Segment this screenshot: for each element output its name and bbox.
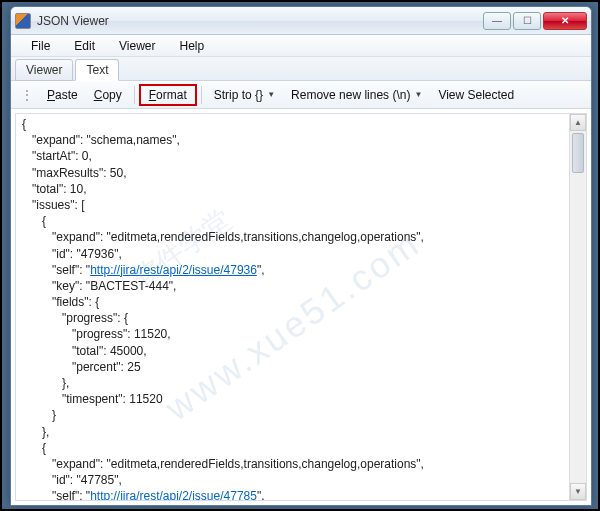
app-window: JSON Viewer — ☐ ✕ File Edit Viewer Help … [10, 6, 592, 506]
menu-edit[interactable]: Edit [62, 37, 107, 55]
copy-button[interactable]: Copy [86, 85, 130, 105]
scroll-thumb[interactable] [572, 133, 584, 173]
issue-link-2[interactable]: http://jira/rest/api/2/issue/47785 [90, 489, 257, 500]
paste-button[interactable]: Paste [39, 85, 86, 105]
minimize-button[interactable]: — [483, 12, 511, 30]
content-area: { "expand": "schema,names", "startAt": 0… [15, 113, 587, 501]
titlebar[interactable]: JSON Viewer — ☐ ✕ [11, 7, 591, 35]
scroll-up-button[interactable]: ▲ [570, 114, 586, 131]
window-title: JSON Viewer [37, 14, 483, 28]
close-button[interactable]: ✕ [543, 12, 587, 30]
watermark-url: www.xue51.com [155, 220, 430, 433]
menu-viewer[interactable]: Viewer [107, 37, 167, 55]
tab-viewer[interactable]: Viewer [15, 59, 73, 81]
remove-newlines-button[interactable]: Remove new lines (\n)▼ [283, 85, 430, 105]
tabbar: Viewer Text [11, 57, 591, 81]
scroll-down-button[interactable]: ▼ [570, 483, 586, 500]
json-text-area[interactable]: { "expand": "schema,names", "startAt": 0… [16, 114, 569, 500]
app-icon [15, 13, 31, 29]
chevron-down-icon: ▼ [267, 90, 275, 99]
toolbar-grip-icon: ⋮ [21, 88, 33, 102]
tab-text[interactable]: Text [75, 59, 119, 81]
format-button[interactable]: Format [139, 84, 197, 106]
menu-file[interactable]: File [19, 37, 62, 55]
strip-button[interactable]: Strip to {}▼ [206, 85, 283, 105]
scroll-track[interactable] [570, 131, 586, 483]
toolbar: ⋮ Paste Copy Format Strip to {}▼ Remove … [11, 81, 591, 109]
vertical-scrollbar[interactable]: ▲ ▼ [569, 114, 586, 500]
issue-link-1[interactable]: http://jira/rest/api/2/issue/47936 [90, 263, 257, 277]
view-selected-button[interactable]: View Selected [430, 85, 522, 105]
menu-help[interactable]: Help [168, 37, 217, 55]
chevron-down-icon: ▼ [414, 90, 422, 99]
maximize-button[interactable]: ☐ [513, 12, 541, 30]
menubar: File Edit Viewer Help [11, 35, 591, 57]
